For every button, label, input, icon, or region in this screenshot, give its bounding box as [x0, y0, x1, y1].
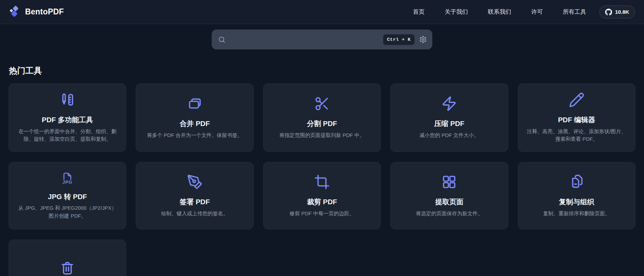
tool-card-scissors[interactable]: 分割 PDF 将指定范围的页面提取到新 PDF 中。	[263, 83, 381, 152]
tool-card-description: 修剪 PDF 中每一页的边距。	[290, 210, 354, 218]
tool-card-description: 绘制、键入或上传您的签名。	[161, 210, 228, 218]
tool-card-description: 减小您的 PDF 文件大小。	[420, 131, 479, 139]
tool-card-description: 从 JPG、JPEG 和 JPEG2000（JP2/JPX）图片创建 PDF。	[16, 204, 118, 220]
top-navbar: BentoPDF 首页关于我们联系我们许可所有工具 10.8K	[0, 0, 644, 24]
tool-card-grid[interactable]: 提取页面 将选定的页面保存为新文件。	[390, 162, 508, 229]
crop-icon	[314, 174, 330, 190]
tool-card-title: 复制与组织	[559, 197, 595, 207]
grid-icon	[441, 174, 457, 190]
tool-card-title: PDF 多功能工具	[42, 115, 93, 125]
tool-card-description: 将选定的页面保存为新文件。	[416, 210, 483, 218]
scissors-icon	[314, 96, 330, 112]
brand-name: BentoPDF	[25, 7, 64, 16]
tool-card-title: 裁剪 PDF	[307, 197, 337, 207]
tool-card-jpg-file[interactable]: JPG JPG 转 PDF 从 JPG、JPEG 和 JPEG2000（JP2/…	[9, 162, 126, 229]
tool-card-description: 在一个统一的界面中合并、分割、组织、删除、旋转、添加空白页、提取和复制。	[16, 128, 118, 143]
merge-icon	[187, 96, 203, 112]
nav-menu: 首页关于我们联系我们许可所有工具	[413, 8, 586, 16]
search-settings-button[interactable]	[419, 35, 428, 44]
nav-link-license[interactable]: 许可	[531, 8, 543, 16]
tool-card-description: 将指定范围的页面提取到新 PDF 中。	[279, 131, 365, 139]
search-bar[interactable]: Ctrl + K	[212, 30, 432, 49]
nav-link-contact[interactable]: 联系我们	[488, 8, 511, 16]
jpg-format-label: JPG	[63, 180, 73, 185]
nav-link-about[interactable]: 关于我们	[445, 8, 468, 16]
tool-card-description: 复制、重新排序和删除页面。	[543, 210, 610, 218]
keyboard-shortcut-badge: Ctrl + K	[383, 34, 414, 45]
page-title: 热门工具	[9, 65, 635, 76]
tool-card-title: 分割 PDF	[307, 119, 337, 128]
tool-card-title: JPG 转 PDF	[48, 192, 87, 202]
nav-link-all-tools[interactable]: 所有工具	[563, 8, 586, 16]
search-section: Ctrl + K	[0, 24, 644, 49]
pen-nib-icon	[187, 174, 203, 190]
files-icon	[569, 174, 585, 190]
github-icon	[605, 9, 612, 15]
search-icon	[218, 36, 226, 44]
tool-card-trash[interactable]	[9, 240, 126, 276]
nav-link-home[interactable]: 首页	[413, 8, 425, 16]
tool-card-files[interactable]: 复制与组织 复制、重新排序和删除页面。	[518, 162, 635, 229]
brand-logo[interactable]: BentoPDF	[8, 5, 64, 19]
bentopdf-logo-icon	[8, 5, 21, 19]
tool-card-pencil[interactable]: PDF 编辑器 注释、高亮、涂黑、评论、添加形状/图片、搜索和查看 PDF。	[518, 83, 635, 152]
pencil-ruler-icon	[59, 92, 75, 108]
search-input[interactable]	[230, 36, 379, 43]
tool-card-title: 压缩 PDF	[434, 119, 465, 128]
tool-card-title: 签署 PDF	[180, 197, 210, 207]
jpg-file-icon: JPG	[62, 172, 73, 185]
tools-grid: PDF 多功能工具 在一个统一的界面中合并、分割、组织、删除、旋转、添加空白页、…	[9, 83, 635, 276]
tool-card-description: 将多个 PDF 合并为一个文件。保留书签。	[147, 131, 242, 139]
zap-icon	[441, 96, 457, 112]
tool-card-merge[interactable]: 合并 PDF 将多个 PDF 合并为一个文件。保留书签。	[136, 83, 253, 152]
gear-icon	[419, 36, 427, 43]
trash-icon	[59, 260, 75, 276]
tool-card-description: 注释、高亮、涂黑、评论、添加形状/图片、搜索和查看 PDF。	[526, 128, 628, 143]
tool-card-zap[interactable]: 压缩 PDF 减小您的 PDF 文件大小。	[390, 83, 508, 152]
tool-card-crop[interactable]: 裁剪 PDF 修剪 PDF 中每一页的边距。	[263, 162, 381, 229]
pencil-icon	[569, 92, 585, 108]
tool-card-pen-nib[interactable]: 签署 PDF 绘制、键入或上传您的签名。	[136, 162, 253, 229]
tool-card-title: 合并 PDF	[180, 119, 210, 128]
tool-card-title: PDF 编辑器	[558, 115, 595, 125]
tool-card-pencil-ruler[interactable]: PDF 多功能工具 在一个统一的界面中合并、分割、组织、删除、旋转、添加空白页、…	[9, 83, 126, 152]
github-stars-button[interactable]: 10.8K	[599, 5, 635, 19]
tool-card-title: 提取页面	[435, 197, 463, 207]
github-star-count: 10.8K	[615, 9, 629, 15]
